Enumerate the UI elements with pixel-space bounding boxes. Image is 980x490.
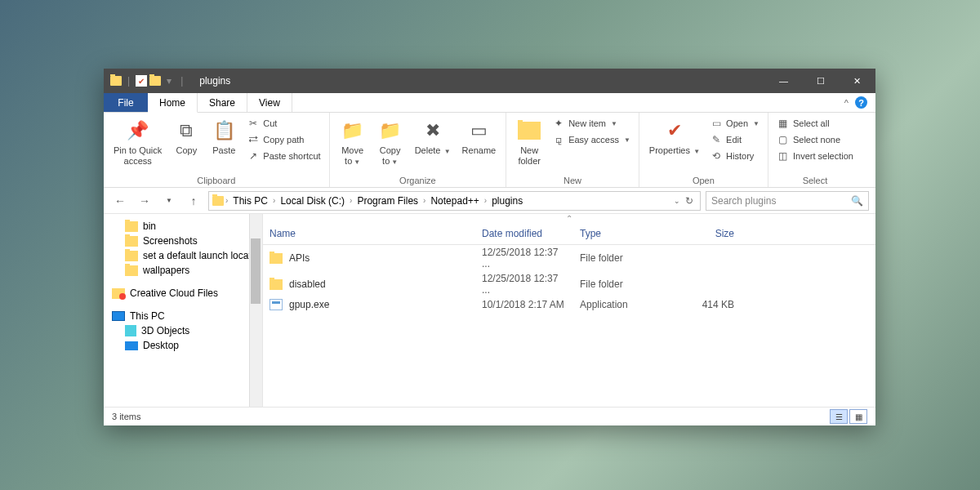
refresh-button[interactable]: ↻: [685, 195, 693, 207]
recent-dropdown[interactable]: ▼: [159, 191, 179, 211]
details-view-button[interactable]: ☰: [830, 409, 848, 424]
new-item-button[interactable]: ✦New item▼: [550, 116, 632, 131]
search-input[interactable]: Search plugins 🔍: [706, 191, 869, 211]
file-name: disabled: [289, 278, 326, 290]
breadcrumb[interactable]: Notepad++: [427, 195, 482, 207]
open-button[interactable]: ▭Open▼: [708, 116, 761, 131]
breadcrumb[interactable]: plugins: [488, 195, 526, 207]
move-to-button[interactable]: 📁Move to▼: [336, 116, 369, 167]
folder-icon: [212, 196, 224, 206]
breadcrumb[interactable]: This PC: [229, 195, 271, 207]
sidebar-item-label: This PC: [130, 310, 165, 322]
column-header-type[interactable]: Type: [573, 226, 667, 241]
easy-access-button[interactable]: ⚼Easy access▼: [550, 132, 632, 147]
breadcrumb[interactable]: Local Disk (C:): [277, 195, 348, 207]
up-button[interactable]: ↑: [184, 191, 203, 211]
selectall-icon: ▦: [777, 117, 790, 130]
search-icon: 🔍: [851, 195, 863, 207]
folder-icon: [110, 76, 122, 86]
folder-icon: [270, 253, 283, 264]
maximize-button[interactable]: ☐: [802, 69, 839, 93]
help-icon[interactable]: ?: [855, 96, 867, 109]
delete-button[interactable]: ✖Delete ▼: [412, 116, 454, 158]
edit-button[interactable]: ✎Edit: [708, 132, 761, 147]
thumbnails-view-button[interactable]: ▦: [849, 409, 867, 424]
minimize-button[interactable]: —: [765, 69, 802, 93]
scrollbar-thumb[interactable]: [251, 238, 261, 304]
explorer-window: | ✔ ▾ | plugins — ☐ ✕ File Home Share Vi…: [104, 69, 875, 425]
invert-selection-button[interactable]: ◫Invert selection: [775, 149, 855, 163]
rename-button[interactable]: ▭Rename: [459, 116, 500, 158]
close-button[interactable]: ✕: [839, 69, 875, 93]
file-row[interactable]: disabled12/25/2018 12:37 ...File folder: [263, 271, 875, 297]
sidebar-item[interactable]: wallpapers: [104, 263, 262, 278]
sidebar-item[interactable]: Desktop: [104, 338, 262, 353]
tab-file[interactable]: File: [104, 93, 148, 112]
new-folder-button[interactable]: New folder: [513, 116, 546, 167]
column-header-name[interactable]: Name: [263, 226, 475, 241]
back-button[interactable]: ←: [110, 191, 130, 211]
forward-button[interactable]: →: [135, 191, 154, 211]
chevron-right-icon[interactable]: ›: [225, 196, 228, 205]
column-resize-indicator[interactable]: ⌃: [263, 214, 875, 223]
sidebar-item[interactable]: 3D Objects: [104, 323, 262, 338]
copy-button[interactable]: ⧉Copy: [170, 116, 203, 158]
sidebar-item-label: Desktop: [143, 340, 179, 351]
titlebar[interactable]: | ✔ ▾ | plugins — ☐ ✕: [104, 69, 875, 93]
properties-button[interactable]: ✔Properties ▼: [646, 116, 703, 158]
rename-icon: ▭: [466, 118, 492, 144]
tab-home[interactable]: Home: [148, 93, 198, 113]
pin-to-quick-access-button[interactable]: 📌Pin to Quick access: [110, 116, 165, 167]
chevron-right-icon[interactable]: ›: [273, 196, 275, 205]
file-type: File folder: [573, 251, 667, 265]
edit-icon: ✎: [710, 133, 723, 146]
collapse-ribbon-icon[interactable]: ^: [844, 98, 849, 108]
tab-share[interactable]: Share: [198, 93, 247, 112]
chevron-right-icon[interactable]: ›: [484, 196, 487, 205]
chevron-right-icon[interactable]: ›: [423, 196, 425, 205]
column-header-date[interactable]: Date modified: [475, 226, 573, 241]
qat: | ✔ ▾ |: [104, 75, 193, 87]
history-button[interactable]: ⟲History: [708, 149, 761, 163]
select-all-button[interactable]: ▦Select all: [775, 116, 855, 131]
group-label-open: Open: [646, 174, 761, 185]
sidebar-item[interactable]: bin: [104, 219, 262, 234]
moveto-icon: 📁: [340, 118, 366, 144]
ribbon-group-open: ✔Properties ▼ ▭Open▼ ✎Edit ⟲History Open: [639, 113, 768, 187]
properties-icon[interactable]: ✔: [136, 75, 147, 87]
select-none-button[interactable]: ▢Select none: [775, 132, 855, 147]
folder-icon: [270, 279, 283, 290]
sidebar-item[interactable]: This PC: [104, 309, 262, 323]
folder-icon: [125, 251, 138, 261]
file-list[interactable]: ⌃ Name Date modified Type Size APIs12/25…: [263, 214, 875, 407]
tab-view[interactable]: View: [247, 93, 292, 112]
copy-to-button[interactable]: 📁Copy to▼: [374, 116, 407, 167]
shortcut-icon: ↗: [247, 149, 260, 163]
file-type: File folder: [573, 277, 667, 292]
file-row[interactable]: APIs12/25/2018 12:37 ...File folder: [263, 245, 875, 271]
column-header-size[interactable]: Size: [667, 226, 741, 241]
copy-path-button[interactable]: ⮂Copy path: [245, 132, 322, 147]
paste-shortcut-button[interactable]: ↗Paste shortcut: [245, 149, 322, 163]
cc-icon: [112, 288, 125, 299]
address-bar[interactable]: › This PC› Local Disk (C:)› Program File…: [208, 191, 701, 211]
breadcrumb[interactable]: Program Files: [354, 195, 421, 207]
exe-icon: [270, 299, 283, 310]
statusbar: 3 items ☰ ▦: [104, 407, 875, 425]
file-name: APIs: [289, 252, 310, 264]
sidebar-item[interactable]: Creative Cloud Files: [104, 286, 262, 301]
file-row[interactable]: gpup.exe10/1/2018 2:17 AMApplication414 …: [263, 297, 875, 312]
chevron-right-icon[interactable]: ›: [350, 196, 352, 205]
ribbon: 📌Pin to Quick access ⧉Copy 📋Paste ✂Cut ⮂…: [104, 113, 875, 188]
navigation-pane[interactable]: binScreenshotsset a default launch locat…: [104, 214, 263, 407]
paste-button[interactable]: 📋Paste: [207, 116, 240, 158]
file-date: 12/25/2018 12:37 ...: [475, 245, 573, 271]
folder-icon: [125, 236, 138, 247]
qat-dropdown[interactable]: ▾: [167, 75, 172, 87]
sidebar-item[interactable]: set a default launch location: [104, 248, 262, 263]
address-dropdown[interactable]: ⌄: [674, 197, 680, 205]
sidebar-item[interactable]: Screenshots: [104, 234, 262, 248]
scrollbar[interactable]: [249, 214, 262, 407]
cut-button[interactable]: ✂Cut: [245, 116, 322, 131]
search-placeholder: Search plugins: [711, 195, 776, 207]
